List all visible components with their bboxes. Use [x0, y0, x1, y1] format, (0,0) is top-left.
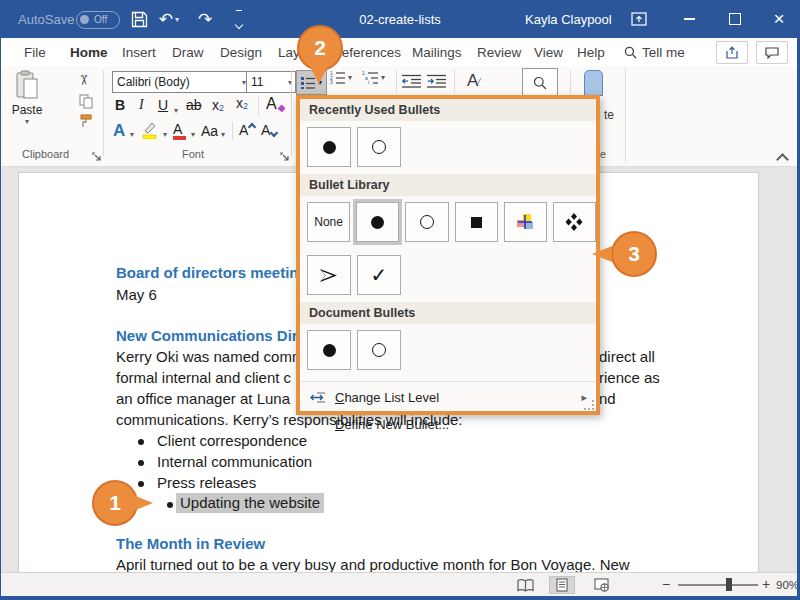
doc-heading-month-review[interactable]: The Month in Review [116, 535, 265, 552]
tab-mailings[interactable]: Mailings [410, 38, 464, 66]
bullet-tile-none[interactable]: None [307, 202, 350, 242]
selected-text[interactable]: Updating the website [176, 493, 324, 513]
paste-dropdown-arrow[interactable]: ▾ [25, 117, 29, 126]
superscript-button[interactable]: x2 [236, 95, 248, 111]
search-icon [533, 76, 547, 90]
highlight-dropdown-arrow[interactable]: ▾ [163, 130, 167, 139]
doc-list-item[interactable]: Internal communication [157, 453, 312, 470]
font-color-button[interactable]: A [173, 120, 186, 140]
bold-button[interactable]: B [115, 97, 125, 113]
bullet-tile-arrow[interactable] [307, 255, 351, 295]
subscript-button[interactable]: x2 [212, 97, 224, 113]
copy-button[interactable] [79, 94, 93, 113]
multilevel-dropdown-arrow[interactable]: ▾ [381, 73, 385, 82]
bullet-tile-colored-cross[interactable] [504, 202, 547, 242]
zoom-in-button[interactable]: + [762, 576, 770, 592]
resize-grip[interactable] [584, 400, 594, 410]
filled-circle-bullet-icon [323, 344, 336, 357]
paste-button[interactable]: Paste ▾ [8, 70, 46, 142]
bullet-tile-open-circle[interactable] [357, 127, 401, 167]
colored-cross-bullet-icon [516, 213, 534, 231]
define-new-bullet-item[interactable]: Define New Bullet... [300, 411, 596, 438]
tab-insert[interactable]: Insert [120, 38, 158, 66]
font-color-dropdown-arrow[interactable]: ▾ [191, 130, 195, 139]
doc-para-line[interactable]: Kerry Oki was named comm [116, 348, 304, 365]
increase-indent-button[interactable] [427, 74, 446, 92]
tab-file[interactable]: File [22, 38, 48, 66]
tell-me-box[interactable]: Tell me [622, 38, 687, 66]
doc-heading-communications[interactable]: New Communications Dir [116, 327, 298, 344]
change-list-level-label: Change List Level [335, 390, 439, 405]
bullet-tile-four-diamonds[interactable] [553, 202, 596, 242]
tab-draw[interactable]: Draw [170, 38, 206, 66]
underline-button[interactable]: U [158, 97, 168, 113]
minimize-button[interactable] [676, 7, 702, 31]
tab-home[interactable]: Home [68, 38, 110, 69]
format-painter-button[interactable] [79, 114, 94, 133]
zoom-out-button[interactable]: − [662, 576, 670, 592]
web-layout-button[interactable] [588, 576, 614, 594]
font-size-combobox[interactable]: 11 ▾ [246, 71, 296, 93]
doc-para-line-right[interactable]: rience as [599, 369, 660, 386]
zoom-slider-track[interactable] [678, 584, 758, 586]
bullet-tile-open-circle[interactable] [405, 202, 448, 242]
ribbon-display-options-button[interactable] [626, 7, 652, 31]
print-layout-button[interactable] [549, 576, 575, 594]
read-mode-button[interactable] [512, 576, 538, 594]
grow-font-button[interactable]: A [239, 122, 255, 138]
doc-date-line[interactable]: May 6 [116, 286, 157, 303]
underline-dropdown-arrow[interactable]: ▾ [174, 106, 178, 115]
change-case-dropdown-arrow[interactable]: ▾ [221, 130, 225, 139]
find-button[interactable] [522, 68, 558, 97]
bullet-library-row-1: None [300, 196, 596, 249]
cut-button[interactable]: ✂ [76, 74, 92, 86]
bullet-tile-checkmark[interactable]: ✓ [357, 255, 401, 295]
doc-para-line[interactable]: an office manager at Luna [116, 390, 290, 407]
tab-design[interactable]: Design [218, 38, 264, 66]
doc-selected-list-item[interactable]: Updating the website [176, 494, 324, 511]
tab-help[interactable]: Help [575, 38, 607, 66]
shrink-font-button[interactable]: A [261, 122, 277, 138]
font-dialog-launcher[interactable] [280, 148, 290, 166]
share-button[interactable] [716, 41, 748, 64]
numbering-button[interactable]: 123 ▾ [330, 70, 352, 84]
text-effects-dropdown-arrow[interactable]: ▾ [130, 130, 134, 139]
doc-list-item[interactable]: Press releases [157, 474, 256, 491]
bullet-tile-filled-square[interactable] [455, 202, 498, 242]
zoom-level-value[interactable]: 90% [776, 579, 799, 591]
collapse-ribbon-button[interactable] [778, 150, 787, 168]
zoom-slider-thumb[interactable] [726, 578, 732, 591]
comments-button[interactable] [756, 41, 788, 64]
font-name-combobox[interactable]: Calibri (Body) ▾ [112, 71, 250, 93]
text-effects-button[interactable]: A [113, 121, 125, 141]
doc-para-line-right[interactable]: direct all [599, 348, 655, 365]
close-button[interactable]: × [766, 7, 792, 31]
doc-para-line[interactable]: formal internal and client c [116, 369, 291, 386]
decrease-indent-button[interactable] [402, 74, 421, 92]
dictate-icon-partial[interactable] [584, 70, 603, 96]
clear-formatting-button[interactable]: A◆ [266, 95, 285, 113]
italic-button[interactable]: I [139, 97, 144, 113]
bullet-tile-filled-circle[interactable] [307, 330, 351, 370]
callout-step-1-tail [133, 495, 153, 511]
tab-review[interactable]: Review [475, 38, 523, 66]
change-case-button[interactable]: Aa [201, 123, 218, 139]
doc-para-line-right[interactable]: nd [599, 390, 616, 407]
bullet-tile-filled-circle-selected[interactable] [356, 202, 399, 242]
maximize-button[interactable] [722, 7, 748, 31]
filled-square-bullet-icon [471, 217, 482, 228]
strikethrough-button[interactable]: ab [186, 97, 202, 113]
tab-view[interactable]: View [532, 38, 565, 66]
change-list-level-item[interactable]: Change List Level ▸ [300, 384, 596, 411]
bullet-tile-open-circle[interactable] [357, 330, 401, 370]
doc-list-item[interactable]: Client correspondence [157, 432, 307, 449]
highlight-button[interactable] [141, 121, 159, 143]
list-bullet-icon [138, 481, 144, 487]
numbering-dropdown-arrow[interactable]: ▾ [348, 73, 352, 82]
doc-heading-board[interactable]: Board of directors meeting [116, 264, 308, 281]
multilevel-list-button[interactable]: 1ai ▾ [362, 70, 385, 84]
clipboard-dialog-launcher[interactable] [92, 148, 102, 166]
partial-sort-icon[interactable]: A⁄ [467, 71, 480, 91]
doc-para-line[interactable]: April turned out to be a very busy and p… [116, 556, 630, 573]
bullet-tile-filled-circle[interactable] [307, 127, 351, 167]
